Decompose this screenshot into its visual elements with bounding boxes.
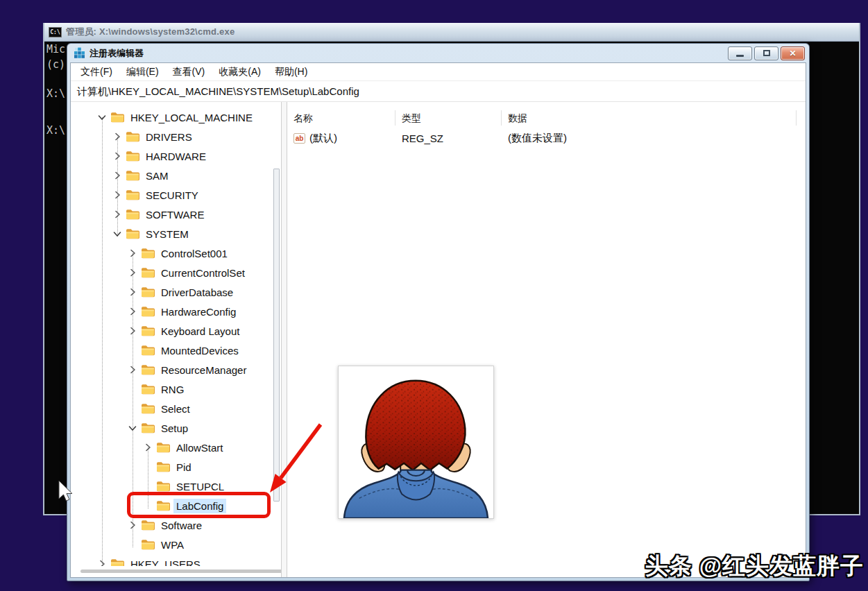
tree-item-sam[interactable]: SAM (71, 166, 281, 185)
watermark-text: 头条 @红头发蓝胖子 (645, 551, 864, 582)
folder-icon (141, 248, 155, 259)
folder-icon (141, 267, 155, 278)
tree-item-label: Setup (158, 421, 191, 436)
tree-item-label: WPA (158, 538, 187, 552)
chevron-right-icon[interactable] (142, 442, 153, 453)
tree-item-pid[interactable]: Pid (71, 457, 281, 477)
minimize-button[interactable] (728, 46, 752, 60)
chevron-right-icon[interactable] (112, 189, 123, 200)
menu-bar: 文件(F)编辑(E)查看(V)收藏夹(A)帮助(H) (71, 63, 806, 81)
chevron-down-icon[interactable] (96, 112, 108, 123)
chevron-right-icon[interactable] (112, 131, 123, 142)
values-header-row: 名称类型数据 (287, 108, 806, 128)
tree-item-label: MountedDevices (158, 343, 241, 358)
tree-item-label: DriverDatabase (158, 285, 236, 300)
chevron-spacer (127, 539, 138, 550)
registry-address-bar[interactable]: 计算机\HKEY_LOCAL_MACHINE\SYSTEM\Setup\LabC… (71, 81, 806, 102)
console-line: X:\ (46, 87, 65, 100)
folder-icon (126, 170, 139, 181)
tree-item-setup[interactable]: Setup (71, 418, 281, 438)
tree-item-hkey-local-machine[interactable]: HKEY_LOCAL_MACHINE (71, 108, 281, 127)
chevron-right-icon[interactable] (127, 325, 138, 336)
tree-item-label: SAM (143, 169, 171, 183)
menu-item[interactable]: 收藏夹(A) (212, 66, 268, 78)
tree-item-label: AllowStart (173, 440, 226, 455)
menu-item[interactable]: 帮助(H) (268, 66, 314, 78)
folder-icon (126, 151, 139, 162)
tree-item-label: Pid (173, 460, 194, 474)
chevron-right-icon[interactable] (112, 170, 123, 181)
tree-item-label: ResourceManager (158, 363, 249, 377)
menu-item[interactable]: 查看(V) (166, 66, 212, 78)
tree-item-driverdatabase[interactable]: DriverDatabase (71, 282, 281, 302)
minimize-icon (736, 55, 744, 57)
tree-item-controlset001[interactable]: ControlSet001 (71, 243, 281, 263)
chevron-right-icon[interactable] (127, 520, 138, 531)
folder-icon (141, 306, 155, 317)
cmd-titlebar[interactable]: C:\ 管理员: X:\windows\system32\cmd.exe (44, 23, 859, 42)
tree-item-rng[interactable]: RNG (71, 379, 281, 399)
horizontal-scrollbar[interactable] (80, 569, 282, 573)
red-hair-back-view-illustration (339, 366, 493, 518)
folder-icon (141, 520, 155, 531)
value-data-cell: (数值未设置) (502, 132, 797, 145)
chevron-right-icon[interactable] (127, 364, 138, 375)
regedit-titlebar[interactable]: 注册表编辑器 ✕ (67, 44, 809, 62)
mouse-cursor (58, 480, 74, 502)
folder-icon (126, 228, 139, 239)
maximize-button[interactable] (754, 46, 778, 60)
value-type-cell: REG_SZ (395, 132, 502, 144)
tree-item-hardwareconfig[interactable]: HardwareConfig (71, 302, 281, 321)
tree-item-allowstart[interactable]: AllowStart (71, 438, 281, 457)
tree-item-keyboard-layout[interactable]: Keyboard Layout (71, 321, 281, 341)
reg-sz-icon: ab (293, 133, 305, 144)
tree-item-software[interactable]: Software (71, 515, 281, 535)
tree-item-label: SECURITY (143, 188, 201, 203)
folder-icon (110, 112, 124, 123)
tree-item-software[interactable]: SOFTWARE (71, 205, 281, 224)
chevron-right-icon[interactable] (127, 286, 138, 298)
chevron-right-icon[interactable] (112, 209, 123, 220)
tree-item-wpa[interactable]: WPA (71, 535, 281, 554)
chevron-spacer (127, 403, 138, 414)
tree-item-mounteddevices[interactable]: MountedDevices (71, 341, 281, 360)
chevron-down-icon[interactable] (112, 228, 123, 239)
menu-item[interactable]: 编辑(E) (119, 66, 166, 78)
value-row[interactable]: ab(默认)REG_SZ(数值未设置) (287, 128, 806, 148)
cmd-title: 管理员: X:\windows\system32\cmd.exe (66, 26, 235, 38)
tree-item-hardware[interactable]: HARDWARE (71, 146, 281, 166)
column-header-名称[interactable]: 名称 (287, 110, 395, 126)
registry-icon (74, 47, 85, 59)
tree-item-resourcemanager[interactable]: ResourceManager (71, 360, 281, 379)
chevron-spacer (142, 481, 153, 492)
cmd-icon: C:\ (49, 27, 62, 37)
folder-icon (156, 461, 170, 472)
folder-icon (141, 364, 155, 375)
folder-icon (141, 539, 155, 550)
value-name-cell: ab(默认) (287, 132, 395, 145)
folder-icon (126, 189, 139, 200)
tree-item-drivers[interactable]: DRIVERS (71, 127, 281, 146)
tree-item-currentcontrolset[interactable]: CurrentControlSet (71, 263, 281, 282)
tree-item-system[interactable]: SYSTEM (71, 224, 281, 243)
column-header-类型[interactable]: 类型 (395, 110, 502, 126)
close-button[interactable]: ✕ (781, 46, 805, 60)
pane-splitter[interactable] (282, 102, 287, 577)
regedit-window-title: 注册表编辑器 (90, 47, 144, 60)
tree-item-security[interactable]: SECURITY (71, 185, 281, 205)
tree-item-label: HardwareConfig (158, 305, 239, 319)
chevron-right-icon[interactable] (112, 151, 123, 162)
folder-icon (156, 481, 170, 492)
column-header-数据[interactable]: 数据 (502, 110, 797, 126)
tree-item-label: Software (158, 518, 205, 533)
chevron-right-icon[interactable] (127, 267, 138, 278)
chevron-right-icon[interactable] (127, 306, 138, 317)
folder-icon (156, 442, 170, 453)
chevron-spacer (127, 384, 138, 395)
chevron-right-icon[interactable] (127, 248, 138, 259)
chevron-down-icon[interactable] (127, 422, 138, 434)
value-name: (默认) (309, 132, 337, 145)
menu-item[interactable]: 文件(F) (74, 66, 119, 78)
tree-item-select[interactable]: Select (71, 399, 281, 418)
console-line: Mic (46, 43, 65, 55)
